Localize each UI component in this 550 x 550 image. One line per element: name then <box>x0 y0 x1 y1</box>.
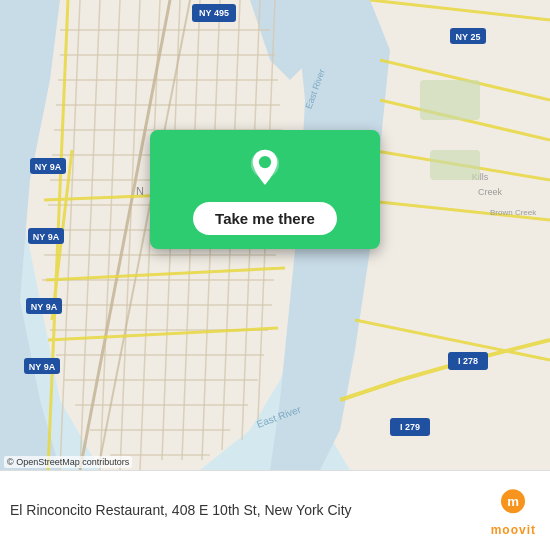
map-container: NY 495 NY 25 NY 9A NY 9A NY 9A NY 9A I 2… <box>0 0 550 470</box>
location-pin-icon <box>243 148 287 192</box>
svg-text:NY 9A: NY 9A <box>33 232 60 242</box>
svg-rect-72 <box>430 150 480 180</box>
svg-rect-71 <box>420 80 480 120</box>
moovit-logo: m moovit <box>491 485 536 537</box>
svg-text:I 278: I 278 <box>458 356 478 366</box>
svg-text:NY 9A: NY 9A <box>29 362 56 372</box>
svg-text:I 279: I 279 <box>400 422 420 432</box>
take-me-there-button[interactable]: Take me there <box>193 202 337 235</box>
svg-text:NY 9A: NY 9A <box>31 302 58 312</box>
svg-text:Brown Creek: Brown Creek <box>490 208 537 217</box>
navigation-card: Take me there <box>150 130 380 249</box>
svg-text:m: m <box>507 494 519 509</box>
bottom-info-bar: El Rinconcito Restaurant, 408 E 10th St,… <box>0 470 550 550</box>
moovit-icon: m <box>495 485 531 521</box>
svg-text:NY 495: NY 495 <box>199 8 229 18</box>
svg-point-74 <box>259 156 271 168</box>
svg-text:Creek: Creek <box>478 187 503 197</box>
svg-text:NY 25: NY 25 <box>456 32 481 42</box>
moovit-label: moovit <box>491 523 536 537</box>
osm-copyright: © OpenStreetMap contributors <box>4 456 132 468</box>
place-info: El Rinconcito Restaurant, 408 E 10th St,… <box>10 501 481 521</box>
svg-text:NY 9A: NY 9A <box>35 162 62 172</box>
svg-text:N: N <box>136 185 144 197</box>
place-name: El Rinconcito Restaurant, 408 E 10th St,… <box>10 501 481 521</box>
